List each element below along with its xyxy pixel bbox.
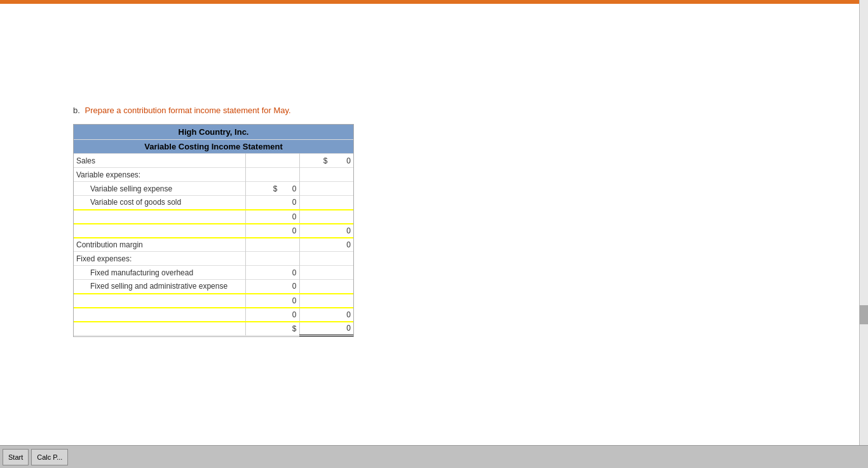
table-row: Variable cost of goods sold 0 [74,196,353,210]
table-header-1: High Country, Inc. [74,125,353,140]
net-income-mid: $ [245,322,299,336]
table-row: Sales $ 0 [74,154,353,168]
var-expenses-mid [245,168,299,182]
table-row: Fixed manufacturing overhead 0 [74,266,353,280]
fixed-expenses-right [299,252,353,266]
table-row: Fixed expenses: [74,252,353,266]
fixed-mfg-right [299,266,353,280]
var-blank-right [299,210,353,224]
var-cogs-right [299,196,353,210]
fixed-blank-label [74,294,245,308]
fixed-mfg-label: Fixed manufacturing overhead [74,266,245,280]
instruction-text: Prepare a contribution format income sta… [85,106,290,115]
fixed-expenses-header: Fixed expenses: [74,252,245,266]
table-row: Variable selling expense $ 0 [74,182,353,196]
table-row: $ 0 [74,322,353,336]
instruction: b. Prepare a contribution format income … [73,106,868,115]
var-blank-label [74,210,245,224]
sales-mid [245,154,299,168]
fixed-mfg-value[interactable]: 0 [245,266,299,280]
var-blank-value[interactable]: 0 [245,210,299,224]
fixed-sga-right [299,280,353,294]
table-row: 0 [74,210,353,224]
net-income-value[interactable]: 0 [299,322,353,336]
var-cogs-value[interactable]: 0 [245,196,299,210]
sales-value[interactable]: $ 0 [299,154,353,168]
table-row: Fixed selling and administrative expense… [74,280,353,294]
contribution-value[interactable]: 0 [299,238,353,252]
fixed-total-mid[interactable]: 0 [245,308,299,322]
var-total-mid[interactable]: 0 [245,224,299,238]
scrollbar-thumb[interactable] [860,305,868,324]
var-expenses-header: Variable expenses: [74,168,245,182]
fixed-sga-label: Fixed selling and administrative expense [74,280,245,294]
sales-symbol: $ 0 [323,156,351,165]
fixed-total-right[interactable]: 0 [299,308,353,322]
fixed-blank-right [299,294,353,308]
fixed-sga-value[interactable]: 0 [245,280,299,294]
fixed-expenses-mid [245,252,299,266]
var-total-right[interactable]: 0 [299,224,353,238]
var-selling-label: Variable selling expense [74,182,245,196]
var-total-label [74,224,245,238]
fixed-blank-value[interactable]: 0 [245,294,299,308]
table-row: Variable expenses: [74,168,353,182]
table-header-2: Variable Costing Income Statement [74,140,353,154]
sales-label: Sales [74,154,245,168]
var-selling-right [299,182,353,196]
var-expenses-right [299,168,353,182]
table-row: 0 0 [74,224,353,238]
net-income-label [74,322,245,336]
fixed-total-label [74,308,245,322]
contribution-label: Contribution margin [74,238,245,252]
instruction-label: b. [73,106,80,115]
table-row: 0 0 [74,308,353,322]
table-row: Contribution margin 0 [74,238,353,252]
contribution-mid [245,238,299,252]
var-selling-value[interactable]: $ 0 [245,182,299,196]
scrollbar[interactable] [859,0,868,339]
table-row: 0 [74,294,353,308]
income-statement-table: High Country, Inc. Variable Costing Inco… [73,124,354,337]
var-cogs-label: Variable cost of goods sold [74,196,245,210]
